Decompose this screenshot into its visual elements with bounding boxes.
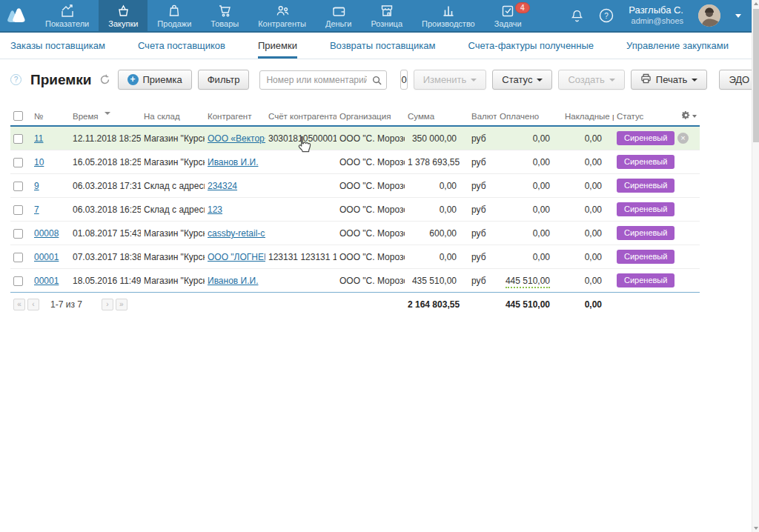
wallet-icon	[331, 3, 347, 18]
people-icon	[274, 3, 291, 18]
search-input[interactable]	[259, 70, 387, 90]
col-account[interactable]: Счёт контрагента	[265, 107, 337, 126]
col-agent[interactable]: Контрагент	[205, 107, 265, 126]
status-badge[interactable]: Сиреневый	[617, 226, 675, 240]
prev-page-button[interactable]: ‹	[27, 299, 39, 310]
tab-purchase-management[interactable]: Управление закупками	[626, 33, 729, 59]
col-time[interactable]: Время	[70, 107, 141, 126]
status-badge[interactable]: Сиреневый	[617, 202, 675, 216]
receipt-number-link[interactable]: 00001	[34, 276, 59, 286]
col-status[interactable]: Статус	[614, 107, 675, 126]
cart-icon	[216, 3, 233, 18]
agent-link[interactable]: ООО «Вектор+»	[208, 133, 265, 144]
col-settings[interactable]	[675, 107, 700, 126]
user-email: admin@shoes	[629, 16, 683, 27]
moysklad-logo-icon[interactable]	[0, 0, 36, 31]
tab-supplier-invoices[interactable]: Счета поставщиков	[138, 33, 225, 59]
row-checkbox[interactable]	[13, 134, 23, 144]
col-sum[interactable]: Сумма	[405, 107, 468, 126]
nav-item-retail[interactable]: Розница	[361, 0, 412, 31]
plus-icon: +	[127, 74, 139, 85]
row-checkbox[interactable]	[13, 158, 23, 167]
col-overhead[interactable]: Накладные рас...	[562, 107, 614, 126]
nav-item-sales[interactable]: Продажи	[148, 0, 201, 31]
scroll-up-icon[interactable]	[754, 2, 758, 5]
status-badge[interactable]: Сиреневый	[617, 131, 675, 145]
tab-received-vat-invoices[interactable]: Счета-фактуры полученные	[468, 33, 594, 59]
nav-item-goods[interactable]: Товары	[201, 0, 248, 31]
table-row[interactable]: 7 06.03.2018 16:25 Склад с адресным х 12…	[10, 198, 700, 222]
factory-icon	[440, 3, 457, 18]
col-currency[interactable]: Валюта	[468, 107, 497, 126]
refresh-icon[interactable]	[99, 74, 110, 85]
agent-link[interactable]: 234324	[208, 181, 237, 191]
nav-item-counterparties[interactable]: Контрагенты	[248, 0, 316, 31]
table-row[interactable]: 10 16.05.2018 18:25 Магазин "Курская" Ив…	[10, 150, 700, 174]
chevron-down-icon	[609, 79, 615, 82]
scrollbar-thumb[interactable]	[753, 9, 759, 142]
vertical-scrollbar[interactable]	[752, 0, 759, 532]
table-row[interactable]: 00008 01.08.2017 15:43 Магазин "Курская"…	[10, 222, 700, 245]
table-row[interactable]: 9 06.03.2018 17:31 Склад с адресным х 23…	[10, 174, 700, 198]
user-menu-caret-icon[interactable]	[735, 14, 741, 18]
notifications-bell-icon[interactable]	[570, 8, 584, 23]
receipt-number-link[interactable]: 00001	[34, 252, 59, 262]
search-icon[interactable]	[372, 75, 382, 88]
nav-item-purchases[interactable]: Закупки	[99, 0, 148, 31]
agent-link[interactable]: 123	[208, 205, 222, 215]
columns-gear-icon[interactable]	[682, 111, 690, 121]
tab-supplier-orders[interactable]: Заказы поставщикам	[10, 33, 105, 59]
print-button[interactable]: Печать	[631, 70, 708, 90]
row-checkbox[interactable]	[13, 253, 23, 262]
table-row[interactable]: 11 12.11.2018 18:25 Магазин "Курская" ОО…	[10, 126, 700, 150]
agent-link[interactable]: ООО "ЛОГНЕКС"	[208, 252, 265, 262]
col-number[interactable]: №	[31, 107, 70, 126]
row-checkbox[interactable]	[13, 229, 23, 239]
status-badge[interactable]: Сиреневый	[617, 273, 675, 287]
tab-receipts[interactable]: Приемки	[258, 33, 297, 59]
nav-item-production[interactable]: Производство	[412, 0, 485, 31]
edit-button[interactable]: Изменить	[414, 70, 487, 90]
page-title: Приемки	[30, 72, 92, 88]
first-page-button[interactable]: «	[13, 299, 25, 310]
user-info[interactable]: Разглыба С. admin@shoes	[629, 4, 683, 27]
user-avatar[interactable]	[698, 4, 720, 27]
agent-link[interactable]: Иванов И.И.	[208, 276, 258, 286]
receipt-number-link[interactable]: 00008	[34, 228, 59, 239]
status-badge[interactable]: Сиреневый	[617, 179, 675, 193]
next-page-button[interactable]: ›	[102, 299, 113, 310]
receipt-number-link[interactable]: 7	[34, 205, 39, 215]
table-row[interactable]: 00001 18.05.2016 11:49 Магазин "Курская"…	[10, 269, 700, 293]
help-circle-icon[interactable]: ?	[599, 8, 614, 23]
filter-button[interactable]: Фильтр	[198, 70, 250, 90]
nav-item-indicators[interactable]: Показатели	[36, 0, 99, 31]
agent-link[interactable]: Иванов И.И.	[208, 157, 258, 167]
receipt-number-link[interactable]: 9	[34, 181, 39, 191]
status-badge[interactable]: Сиреневый	[617, 155, 675, 169]
create-doc-button[interactable]: Создать	[558, 70, 624, 90]
nav-item-tasks[interactable]: Задачи 4	[485, 0, 531, 31]
new-receipt-button[interactable]: + Приемка	[118, 70, 192, 90]
row-checkbox[interactable]	[13, 276, 23, 286]
select-all-checkbox[interactable]	[13, 111, 23, 121]
table-row[interactable]: 00001 07.03.2017 18:38 Магазин "Курская"…	[10, 245, 700, 269]
receipt-number-link[interactable]: 11	[34, 133, 43, 144]
tab-supplier-returns[interactable]: Возвраты поставщикам	[330, 33, 436, 59]
remove-row-icon[interactable]: ×	[677, 133, 689, 144]
nav-item-money[interactable]: Деньги	[316, 0, 362, 31]
col-warehouse[interactable]: На склад	[141, 107, 205, 126]
page-help-icon[interactable]: ?	[10, 74, 21, 85]
pagination: « ‹ 1-7 из 7 › »	[13, 299, 402, 310]
status-button[interactable]: Статус	[492, 70, 552, 90]
col-paid[interactable]: Оплачено	[497, 107, 562, 126]
receipt-number-link[interactable]: 10	[34, 157, 44, 167]
last-page-button[interactable]: »	[116, 299, 127, 310]
agent-link[interactable]: cassby-retail-custo...	[208, 228, 265, 239]
col-org[interactable]: Организация	[337, 107, 405, 126]
chart-icon	[59, 3, 76, 18]
scroll-down-icon[interactable]	[754, 527, 758, 530]
main-nav: Показатели Закупки Продажи	[36, 0, 531, 31]
row-checkbox[interactable]	[13, 182, 23, 191]
status-badge[interactable]: Сиреневый	[617, 250, 675, 264]
row-checkbox[interactable]	[13, 205, 23, 215]
